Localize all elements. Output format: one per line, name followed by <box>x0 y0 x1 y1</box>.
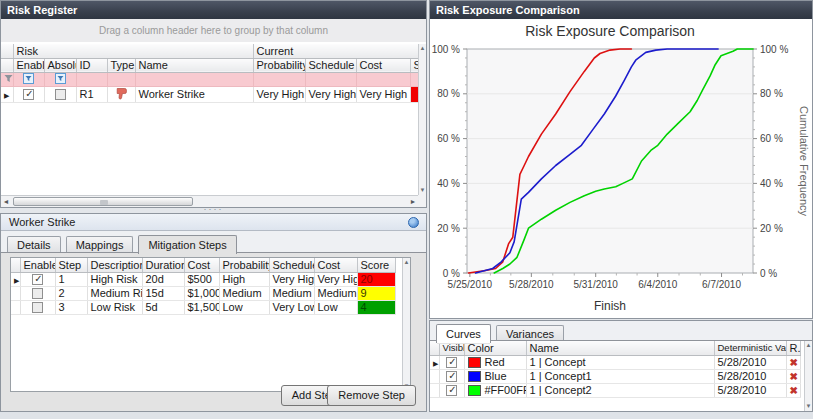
filter-cell-enabled[interactable] <box>13 72 44 86</box>
filter-cell-cost[interactable] <box>356 72 410 86</box>
probability-cell[interactable]: Medium <box>219 286 269 300</box>
column-header-name[interactable]: Name <box>135 58 253 72</box>
schedule-cell[interactable]: Very High <box>305 86 356 102</box>
absolute-cell[interactable] <box>44 86 76 102</box>
description-cell[interactable]: Low Risk <box>87 300 142 314</box>
mitigation-row[interactable]: 2 Medium Risk 15d $1,000 Medium Medium M… <box>11 286 395 300</box>
column-header-cost[interactable]: Cost <box>356 58 410 72</box>
schedule-cell[interactable]: Medium <box>269 286 314 300</box>
cost-cell[interactable]: $1,500 <box>184 300 219 314</box>
color-cell[interactable]: #FF00FF00 <box>464 383 526 397</box>
filter-cell-absolute[interactable] <box>44 72 76 86</box>
group-header-current[interactable]: Current <box>253 44 418 58</box>
duration-cell[interactable]: 20d <box>142 272 184 286</box>
mitigation-row[interactable]: ▶ 1 High Risk 20d $500 High Very High Ve… <box>11 272 395 286</box>
column-header-type[interactable]: Type <box>107 58 135 72</box>
tab-curves[interactable]: Curves <box>436 324 491 343</box>
enabled-cell[interactable] <box>20 272 55 286</box>
filter-cell-score[interactable] <box>410 72 418 86</box>
column-header-enabled[interactable]: Enabled <box>13 58 44 72</box>
column-header-probability[interactable]: Probability <box>253 58 305 72</box>
group-header-risk[interactable]: Risk <box>13 44 253 58</box>
probability-cell[interactable]: Low <box>219 300 269 314</box>
color-cell[interactable]: Blue <box>464 369 526 383</box>
filter-cell-schedule[interactable] <box>305 72 356 86</box>
remove-cell[interactable]: ✖ <box>786 383 800 397</box>
column-header-score[interactable]: Score <box>357 258 395 272</box>
remove-cell[interactable]: ✖ <box>786 369 800 383</box>
remove-cell[interactable]: ✖ <box>786 355 800 369</box>
remove-step-button[interactable]: Remove Step <box>327 385 416 406</box>
probability-cell[interactable]: High <box>219 272 269 286</box>
enabled-checkbox[interactable] <box>32 302 43 313</box>
remove-curve-button[interactable]: ✖ <box>790 371 798 382</box>
deterministic-value-cell[interactable]: 5/28/2010 <box>714 369 786 383</box>
duration-cell[interactable]: 15d <box>142 286 184 300</box>
step-cell[interactable]: 1 <box>55 272 87 286</box>
enabled-checkbox[interactable] <box>32 274 43 285</box>
remove-curve-button[interactable]: ✖ <box>790 357 798 368</box>
column-header-schedule[interactable]: Schedule <box>305 58 356 72</box>
schedule-cell[interactable]: Very High <box>269 272 314 286</box>
column-header-cost[interactable]: Cost <box>184 258 219 272</box>
step-cell[interactable]: 2 <box>55 286 87 300</box>
cost-cell[interactable]: $500 <box>184 272 219 286</box>
column-header-deterministic-value[interactable]: Deterministic Value <box>714 341 786 355</box>
name-cell[interactable]: 1 | Concept <box>526 355 714 369</box>
column-header-cost2[interactable]: Cost <box>314 258 357 272</box>
visible-checkbox[interactable] <box>446 357 457 368</box>
score-cell[interactable]: 4 <box>357 300 395 314</box>
column-header-absolute[interactable]: Absolu... <box>44 58 76 72</box>
schedule-cell[interactable]: Very Low <box>269 300 314 314</box>
curve-row[interactable]: Blue 1 | Concept1 5/28/2010 ✖ <box>430 369 800 383</box>
collapse-pin-icon[interactable] <box>408 217 419 228</box>
scrollbar-thumb[interactable] <box>13 197 193 206</box>
enabled-checkbox[interactable] <box>23 89 34 100</box>
column-header-id[interactable]: ID <box>76 58 107 72</box>
column-header-description[interactable]: Description <box>87 258 142 272</box>
mitigation-row[interactable]: 3 Low Risk 5d $1,500 Low Very Low Low 4 <box>11 300 395 314</box>
cost2-cell[interactable]: Low <box>314 300 357 314</box>
color-cell[interactable]: Red <box>464 355 526 369</box>
step-cell[interactable]: 3 <box>55 300 87 314</box>
remove-curve-button[interactable]: ✖ <box>790 385 798 396</box>
vertical-scrollbar[interactable]: ▲ ▼ <box>804 341 812 411</box>
cost2-cell[interactable]: Medium <box>314 286 357 300</box>
column-header-enabled[interactable]: Enabled <box>20 258 55 272</box>
cost-cell[interactable]: Very High <box>356 86 410 102</box>
curve-row[interactable]: #FF00FF00 1 | Concept2 5/28/2010 ✖ <box>430 383 800 397</box>
filter-cell-type[interactable] <box>107 72 135 86</box>
vertical-scrollbar[interactable]: ▲ ▼ <box>418 44 426 195</box>
enabled-checkbox[interactable] <box>32 288 43 299</box>
deterministic-value-cell[interactable]: 5/28/2010 <box>714 355 786 369</box>
score-cell[interactable]: 9 <box>357 286 395 300</box>
enabled-cell[interactable] <box>13 86 44 102</box>
probability-cell[interactable]: Very High <box>253 86 305 102</box>
scroll-left-arrow[interactable]: ◄ <box>1 197 11 207</box>
scroll-right-arrow[interactable]: ► <box>408 197 418 207</box>
description-cell[interactable]: Medium Risk <box>87 286 142 300</box>
column-header-duration[interactable]: Duration <box>142 258 184 272</box>
enabled-cell[interactable] <box>20 286 55 300</box>
deterministic-value-cell[interactable]: 5/28/2010 <box>714 383 786 397</box>
scroll-up-arrow[interactable]: ▲ <box>419 44 426 53</box>
name-cell[interactable]: 1 | Concept2 <box>526 383 714 397</box>
name-cell[interactable]: Worker Strike <box>135 86 253 102</box>
scroll-up-arrow[interactable]: ▲ <box>805 341 812 350</box>
column-header-probability[interactable]: Probability <box>219 258 269 272</box>
filter-cell-probability[interactable] <box>253 72 305 86</box>
visible-checkbox[interactable] <box>446 371 457 382</box>
column-header-name[interactable]: Name <box>526 341 714 355</box>
visible-checkbox[interactable] <box>446 385 457 396</box>
description-cell[interactable]: High Risk <box>87 272 142 286</box>
scroll-up-arrow[interactable]: ▲ <box>403 258 410 267</box>
name-cell[interactable]: 1 | Concept1 <box>526 369 714 383</box>
column-header-schedule[interactable]: Schedule <box>269 258 314 272</box>
column-header-step[interactable]: Step <box>55 258 87 272</box>
scroll-down-arrow[interactable]: ▼ <box>419 186 426 195</box>
cost-cell[interactable]: $1,000 <box>184 286 219 300</box>
visible-cell[interactable] <box>439 369 464 383</box>
type-cell[interactable] <box>107 86 135 102</box>
scroll-down-arrow[interactable]: ▼ <box>805 402 812 411</box>
duration-cell[interactable]: 5d <box>142 300 184 314</box>
